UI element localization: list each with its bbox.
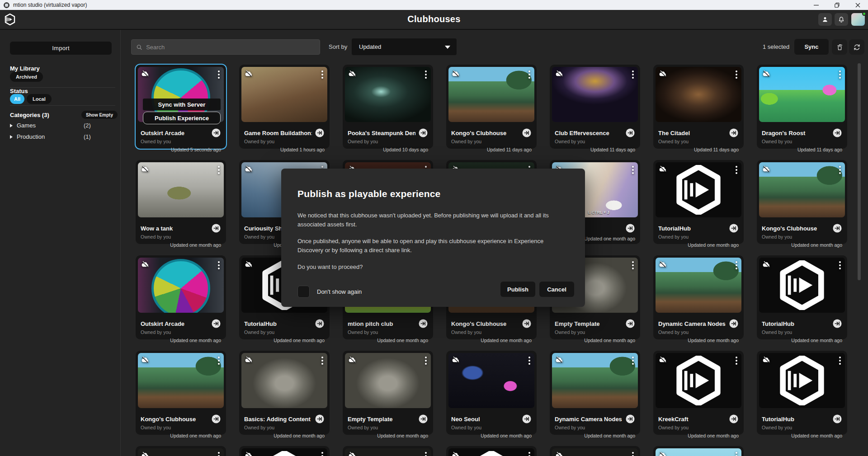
card-menu-button[interactable] <box>425 71 427 79</box>
clubhouse-card[interactable]: Wow a tank Owned by you Updated one mont… <box>136 160 226 244</box>
open-clubhouse-icon[interactable] <box>832 223 842 233</box>
open-clubhouse-icon[interactable] <box>315 128 325 138</box>
card-menu-button[interactable] <box>321 71 323 79</box>
open-clubhouse-icon[interactable] <box>211 223 221 233</box>
card-menu-button[interactable] <box>528 357 530 365</box>
clubhouse-card[interactable]: Game Room Buildathon: Owned by you Updat… <box>239 65 330 149</box>
card-menu-button[interactable] <box>528 71 530 79</box>
sync-button[interactable]: Sync <box>794 39 829 55</box>
clubhouse-card[interactable]: Basics: Adding Content Owned by you Upda… <box>239 351 330 435</box>
card-menu-button[interactable] <box>218 71 220 79</box>
context-menu-item-sync-with-server[interactable]: Sync with Server <box>143 99 221 110</box>
open-clubhouse-icon[interactable] <box>522 319 532 329</box>
sidebar-item-games[interactable]: Games (2) <box>10 122 112 129</box>
card-menu-button[interactable] <box>839 357 841 365</box>
sidebar-item-production[interactable]: Production (1) <box>10 133 112 140</box>
card-menu-button[interactable] <box>736 452 737 456</box>
clubhouse-card[interactable]: Empty Template Owned by you Updated one … <box>343 351 433 435</box>
card-menu-button[interactable] <box>736 261 737 269</box>
clubhouse-card[interactable]: Kongo's Clubhouse Owned by you Updated o… <box>136 351 226 435</box>
minimize-button[interactable] <box>806 0 826 10</box>
open-clubhouse-icon[interactable] <box>729 223 739 233</box>
status-filter-local[interactable]: Local <box>27 94 52 104</box>
clubhouse-card[interactable] <box>136 446 226 456</box>
open-clubhouse-icon[interactable] <box>211 414 221 424</box>
friends-button[interactable] <box>818 13 832 26</box>
card-menu-button[interactable] <box>632 71 634 79</box>
clubhouse-card[interactable] <box>446 446 537 456</box>
delete-button[interactable] <box>832 39 847 55</box>
card-menu-button[interactable] <box>736 357 737 365</box>
clubhouse-card[interactable]: Kongo's Clubhouse Owned by you Updated o… <box>757 160 847 244</box>
open-clubhouse-icon[interactable] <box>729 319 739 329</box>
show-empty-button[interactable]: Show Empty <box>81 111 118 119</box>
open-clubhouse-icon[interactable] <box>418 414 428 424</box>
open-clubhouse-icon[interactable] <box>832 319 842 329</box>
import-button[interactable]: Import <box>10 42 112 55</box>
clubhouse-card[interactable] <box>239 446 330 456</box>
open-clubhouse-icon[interactable] <box>315 319 325 329</box>
card-menu-button[interactable] <box>321 357 323 365</box>
card-menu-button[interactable] <box>425 357 427 365</box>
card-menu-button[interactable] <box>632 261 634 269</box>
card-menu-button[interactable] <box>736 71 737 79</box>
card-menu-button[interactable] <box>839 166 841 174</box>
open-clubhouse-icon[interactable] <box>211 319 221 329</box>
status-filter-all[interactable]: All <box>10 94 24 104</box>
card-menu-button[interactable] <box>632 452 634 456</box>
vertical-scrollbar[interactable] <box>858 63 861 280</box>
clubhouse-card[interactable] <box>653 446 744 456</box>
open-clubhouse-icon[interactable] <box>729 128 739 138</box>
clubhouse-card[interactable]: Neo Seoul Owned by you Updated one month… <box>446 351 537 435</box>
search-input[interactable] <box>146 44 315 51</box>
clubhouse-card[interactable]: Outskirt Arcade Owned by you Updated one… <box>136 255 226 339</box>
open-clubhouse-icon[interactable] <box>832 128 842 138</box>
clubhouse-card[interactable]: TutorialHub Owned by you Updated one mon… <box>757 255 847 339</box>
card-menu-button[interactable] <box>218 452 220 456</box>
clubhouse-card[interactable] <box>550 446 640 456</box>
card-menu-button[interactable] <box>218 166 220 174</box>
open-clubhouse-icon[interactable] <box>625 223 635 233</box>
card-menu-button[interactable] <box>632 357 634 365</box>
clubhouse-card[interactable]: The Citadel Owned by you Updated 11 days… <box>653 65 744 149</box>
card-menu-button[interactable] <box>528 452 530 456</box>
clubhouse-card[interactable]: KreekCraft Owned by you Updated one mont… <box>653 351 744 435</box>
clubhouse-card[interactable]: Kongo's Clubhouse Owned by you Updated 1… <box>446 65 537 149</box>
avatar[interactable] <box>851 13 865 26</box>
card-menu-button[interactable] <box>736 166 737 174</box>
clubhouse-card[interactable]: Dynamic Camera Nodes Owned by you Update… <box>550 351 640 435</box>
card-menu-button[interactable] <box>425 452 427 456</box>
clubhouse-card[interactable]: TutorialHub Owned by you Updated one mon… <box>653 160 744 244</box>
archived-filter[interactable]: Archived <box>10 72 43 82</box>
restore-button[interactable] <box>826 0 847 10</box>
open-clubhouse-icon[interactable] <box>625 319 635 329</box>
close-button[interactable] <box>847 0 868 10</box>
card-menu-button[interactable] <box>632 166 634 174</box>
card-menu-button[interactable] <box>218 357 220 365</box>
search-box[interactable] <box>131 39 320 55</box>
open-clubhouse-icon[interactable] <box>211 128 221 138</box>
clubhouse-card[interactable]: TutorialHub Owned by you Updated one mon… <box>757 351 847 435</box>
open-clubhouse-icon[interactable] <box>418 319 428 329</box>
refresh-button[interactable] <box>849 39 864 55</box>
context-menu-item-publish-experience[interactable]: Publish Experience <box>143 112 221 124</box>
cancel-button[interactable]: Cancel <box>539 282 574 297</box>
open-clubhouse-icon[interactable] <box>522 414 532 424</box>
open-clubhouse-icon[interactable] <box>625 128 635 138</box>
clubhouse-card[interactable] <box>343 446 433 456</box>
open-clubhouse-icon[interactable] <box>729 414 739 424</box>
notifications-button[interactable] <box>835 13 848 26</box>
clubhouse-card[interactable]: Pooka's Steampunk Den Owned by you Updat… <box>343 65 433 149</box>
open-clubhouse-icon[interactable] <box>418 128 428 138</box>
open-clubhouse-icon[interactable] <box>832 414 842 424</box>
clubhouse-card[interactable]: Dynamic Camera Nodes Owned by you Update… <box>653 255 744 339</box>
card-menu-button[interactable] <box>218 261 220 269</box>
clubhouse-card[interactable]: Club Effervescence Owned by you Updated … <box>550 65 640 149</box>
open-clubhouse-icon[interactable] <box>522 128 532 138</box>
card-menu-button[interactable] <box>321 452 323 456</box>
card-menu-button[interactable] <box>839 71 841 79</box>
open-clubhouse-icon[interactable] <box>625 414 635 424</box>
open-clubhouse-icon[interactable] <box>315 414 325 424</box>
clubhouse-card[interactable]: Dragon's Roost Owned by you Updated 11 d… <box>757 65 847 149</box>
sort-dropdown[interactable]: Updated <box>352 38 457 55</box>
